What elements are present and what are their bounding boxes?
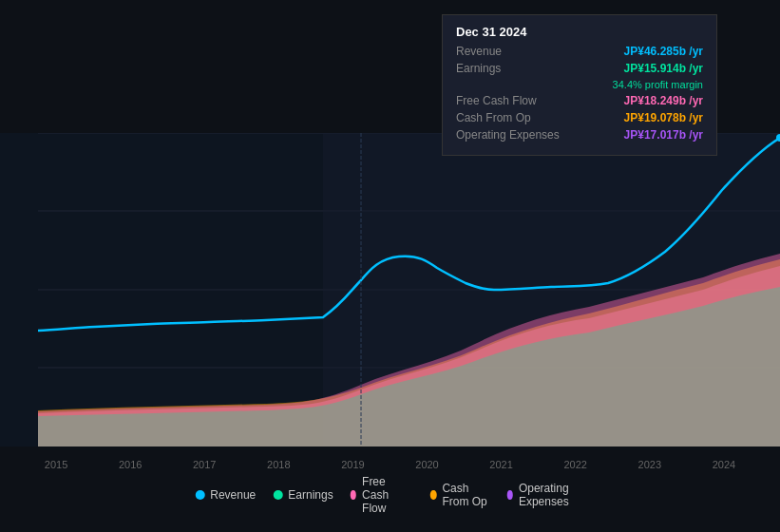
- cash-from-op-label: Cash From Op: [456, 111, 570, 124]
- fcf-value: JP¥18.249b /yr: [624, 94, 703, 107]
- revenue-value: JP¥46.285b /yr: [624, 45, 703, 58]
- tooltip-date: Dec 31 2024: [456, 25, 703, 39]
- cash-from-op-value: JP¥19.078b /yr: [624, 111, 703, 124]
- earnings-row: Earnings JP¥15.914b /yr: [456, 62, 703, 75]
- legend-revenue-label: Revenue: [210, 488, 256, 502]
- legend-fcf-label: Free Cash Flow: [362, 475, 413, 515]
- revenue-row: Revenue JP¥46.285b /yr: [456, 45, 703, 58]
- x-label-2022: 2022: [563, 459, 586, 470]
- cash-from-op-dot: [430, 490, 436, 500]
- x-label-2023: 2023: [638, 459, 661, 470]
- revenue-dot: [195, 490, 204, 500]
- fcf-row: Free Cash Flow JP¥18.249b /yr: [456, 94, 703, 107]
- x-label-2019: 2019: [341, 459, 364, 470]
- x-axis: 2015 2016 2017 2018 2019 2020 2021 2022 …: [0, 459, 780, 470]
- x-label-2020: 2020: [415, 459, 438, 470]
- opex-label: Operating Expenses: [456, 128, 570, 142]
- opex-value: JP¥17.017b /yr: [624, 128, 703, 142]
- earnings-label: Earnings: [456, 62, 570, 75]
- chart-svg: [0, 133, 780, 446]
- x-label-2024: 2024: [713, 459, 735, 470]
- cash-from-op-row: Cash From Op JP¥19.078b /yr: [456, 111, 703, 124]
- legend-fcf[interactable]: Free Cash Flow: [351, 475, 413, 515]
- legend-cash-from-op[interactable]: Cash From Op: [430, 482, 489, 508]
- chart-legend: Revenue Earnings Free Cash Flow Cash Fro…: [195, 475, 585, 515]
- legend-revenue[interactable]: Revenue: [195, 488, 256, 502]
- fcf-dot: [351, 490, 356, 500]
- tooltip-box: Dec 31 2024 Revenue JP¥46.285b /yr Earni…: [442, 14, 717, 156]
- x-label-2018: 2018: [267, 459, 290, 470]
- profit-margin-row: 34.4% profit margin: [456, 79, 703, 90]
- profit-margin-value: 34.4% profit margin: [613, 79, 703, 90]
- fcf-label: Free Cash Flow: [456, 94, 570, 107]
- x-label-2016: 2016: [119, 459, 142, 470]
- chart-container: Dec 31 2024 Revenue JP¥46.285b /yr Earni…: [0, 0, 780, 532]
- legend-earnings-label: Earnings: [288, 488, 333, 502]
- legend-opex-label: Operating Expenses: [519, 482, 585, 508]
- legend-cash-from-op-label: Cash From Op: [442, 482, 489, 508]
- legend-earnings[interactable]: Earnings: [273, 488, 333, 502]
- x-label-2021: 2021: [489, 459, 512, 470]
- x-label-2017: 2017: [193, 459, 216, 470]
- earnings-dot: [273, 490, 282, 500]
- revenue-label: Revenue: [456, 45, 570, 58]
- opex-row: Operating Expenses JP¥17.017b /yr: [456, 128, 703, 142]
- legend-opex[interactable]: Operating Expenses: [507, 482, 585, 508]
- x-label-2015: 2015: [45, 459, 67, 470]
- opex-dot: [507, 490, 513, 500]
- earnings-value: JP¥15.914b /yr: [624, 62, 703, 75]
